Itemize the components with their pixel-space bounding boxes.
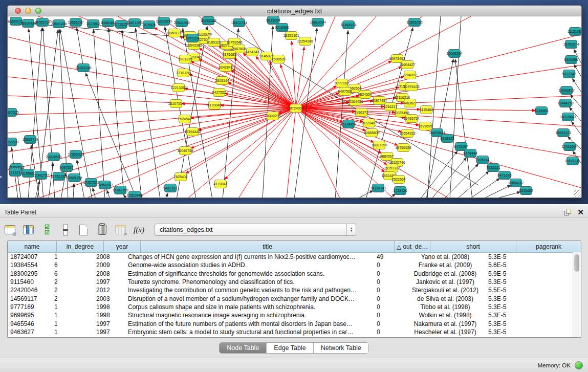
graph-node[interactable]: 20206536 (48, 152, 60, 161)
graph-node[interactable]: 11121989 (569, 27, 581, 36)
graph-node[interactable]: 18807299 (373, 141, 385, 149)
graph-node[interactable]: 7857224 (186, 34, 199, 42)
graph-node[interactable]: 16210643 (562, 113, 574, 121)
graph-node[interactable]: 9146821 (260, 52, 273, 60)
graph-node[interactable]: 14136141 (372, 184, 384, 192)
graph-node[interactable]: 12923448 (128, 191, 141, 198)
graph-node[interactable]: 15972734 (233, 18, 245, 27)
column-header-in_degree[interactable]: in_degree (57, 241, 104, 252)
table-row[interactable]: 969969511998Structural magnetic resonanc… (8, 311, 581, 319)
hidden-panel-arrow-icon[interactable]: ▸ (0, 174, 3, 179)
column-header-year[interactable]: year (104, 241, 141, 252)
tab-edge-table[interactable]: Edge Table (267, 343, 313, 353)
table-row[interactable]: 946554611997Estimation of the future num… (8, 319, 581, 327)
graph-node[interactable]: 18610439 (22, 19, 34, 28)
graph-node[interactable]: 18724007 (290, 104, 302, 113)
graph-node[interactable]: 12342757 (35, 171, 47, 180)
table-row[interactable]: 911546021997Tourette syndrome. Phenomeno… (8, 278, 581, 286)
graph-node[interactable]: 7524542 (179, 115, 191, 123)
graph-node[interactable]: 8215955 (535, 106, 548, 115)
graph-node[interactable]: 16699778 (10, 17, 22, 26)
graph-node[interactable]: 1527802 (87, 19, 99, 28)
graph-node[interactable]: 17957223 (85, 178, 97, 187)
graph-node[interactable]: 9875685 (223, 50, 235, 59)
graph-node[interactable]: 18300295 (267, 112, 279, 120)
graph-node[interactable]: 15751074 (565, 40, 577, 49)
graph-node[interactable]: 16033809 (158, 17, 170, 26)
graph-node[interactable]: 10655287 (70, 18, 82, 27)
graph-node[interactable]: 12213383 (172, 83, 185, 92)
graph-node[interactable]: 17016504 (563, 142, 576, 151)
graph-node[interactable]: 11604427 (401, 60, 413, 69)
graph-node[interactable]: 1733426 (394, 186, 406, 195)
show-columns-button[interactable] (23, 224, 34, 236)
graph-node[interactable]: 16782759 (114, 186, 126, 194)
table-row[interactable]: 1830029562008Estimation of significance … (8, 270, 581, 278)
vertical-scrollbar[interactable] (573, 252, 581, 337)
window-titlebar[interactable]: citations_edges.txt (8, 6, 581, 16)
float-panel-icon[interactable] (564, 209, 571, 215)
graph-node[interactable]: 16648784 (448, 49, 461, 58)
graph-node[interactable]: 8466160 (102, 18, 114, 27)
graph-node[interactable]: 8471676 (498, 171, 511, 180)
graph-node[interactable]: 9242848 (220, 63, 232, 72)
table-row[interactable]: 1872400712008Changes of HCN gene express… (8, 253, 581, 261)
graph-node[interactable]: 9329966 (565, 55, 577, 64)
table-row[interactable]: 1456911722003Disruption of a novel membe… (8, 294, 581, 302)
graph-node[interactable]: 2204097 (404, 71, 416, 79)
graph-node[interactable]: 10807487 (373, 96, 385, 105)
resize-grip[interactable] (574, 190, 581, 197)
table-row[interactable]: 977716911998Corpus callosum shape and si… (8, 303, 581, 311)
graph-node[interactable]: 2935114 (476, 156, 489, 164)
graph-node[interactable]: 16938388 (202, 16, 214, 25)
graph-node[interactable]: 20531958 (176, 18, 188, 27)
graph-node[interactable]: 6497568 (339, 87, 351, 96)
column-header-pagerank[interactable]: pagerank (516, 241, 581, 252)
graph-node[interactable]: 19565356 (408, 18, 421, 27)
graph-node[interactable]: 16046758 (179, 146, 191, 155)
graph-node[interactable]: 9227342 (563, 70, 575, 78)
graph-node[interactable]: 10654112 (510, 179, 522, 187)
close-panel-icon[interactable]: ✕ (577, 209, 584, 215)
graph-node[interactable]: 12093872 (560, 86, 573, 95)
graph-node[interactable]: 26206520 (8, 138, 17, 146)
scrollbar-thumb[interactable] (574, 254, 579, 272)
graph-node[interactable]: 7625402 (175, 172, 187, 181)
graph-node[interactable]: 15134457 (342, 120, 355, 128)
column-header-short[interactable]: short (430, 241, 516, 252)
graph-node[interactable]: 9474444 (464, 149, 476, 158)
table-row[interactable]: 946362711997Embryonic stem cells: a mode… (8, 328, 581, 336)
tab-network-table[interactable]: Network Table (314, 343, 368, 353)
select-columns-button[interactable]: ☑☑ (41, 224, 53, 236)
graph-node[interactable]: 8186328 (208, 38, 220, 47)
graph-node[interactable]: 4170040 (208, 101, 221, 110)
tab-node-table[interactable]: Node Table (220, 343, 267, 353)
graph-node[interactable]: 12975105 (405, 82, 418, 91)
memory-ok-indicator[interactable] (575, 361, 583, 369)
graph-node[interactable]: 13505135 (68, 173, 80, 182)
graph-node[interactable]: 3913311 (9, 168, 21, 177)
graph-node[interactable]: 2718120 (177, 69, 189, 77)
graph-node[interactable]: 11451923 (53, 172, 65, 181)
graph-node[interactable]: 2522554 (393, 175, 405, 184)
graph-node[interactable]: 8427552 (213, 88, 225, 97)
graph-node[interactable]: 9097587 (60, 163, 73, 172)
function-builder-button[interactable]: f(x) (133, 224, 145, 236)
delete-column-button[interactable] (96, 224, 108, 236)
graph-node[interactable]: 8860123 (168, 29, 181, 37)
network-canvas[interactable]: 1872400788601238912955182260589827503165… (8, 16, 581, 198)
graph-node[interactable]: 12444158 (559, 99, 572, 107)
graph-node[interactable]: 9457791 (164, 184, 177, 192)
graph-node[interactable]: 10719154 (115, 20, 127, 29)
graph-node[interactable]: 9218986 (276, 23, 288, 32)
graph-node[interactable]: 16958107 (99, 181, 111, 189)
graph-node[interactable]: 8938923 (441, 134, 453, 143)
table-mode-button[interactable]: ⚙ (4, 224, 16, 236)
graph-node[interactable]: 7515526 (143, 20, 155, 29)
graph-node[interactable]: 18613074 (312, 18, 324, 27)
new-column-button[interactable] (78, 224, 90, 236)
graph-node[interactable]: 9699695 (419, 122, 431, 130)
graph-node[interactable]: 19495754 (405, 114, 418, 123)
graph-node[interactable]: 15692371 (557, 128, 570, 137)
graph-node[interactable]: 9777169 (336, 79, 348, 87)
